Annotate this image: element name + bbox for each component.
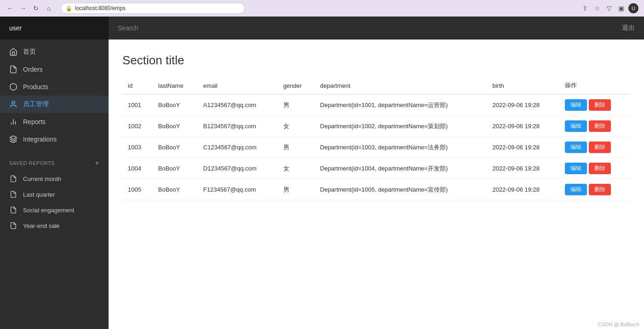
delete-button-row-4[interactable]: 删除	[589, 184, 611, 195]
saved-report-last-quarter[interactable]: Last quarter	[0, 187, 109, 202]
svg-marker-4	[10, 136, 17, 140]
search-input[interactable]	[118, 24, 622, 32]
file-icon	[9, 65, 17, 74]
delete-button-row-2[interactable]: 删除	[589, 142, 611, 153]
edit-button-row-0[interactable]: 编辑	[565, 99, 587, 111]
edit-button-row-1[interactable]: 编辑	[565, 120, 587, 132]
sidebar-item-employees-label: 员工管理	[23, 100, 49, 108]
saved-report-year-end-sale[interactable]: Year-end sale	[0, 218, 109, 233]
home-icon	[9, 48, 17, 56]
cell-2-row-0: A1234567@qq.com	[198, 95, 278, 116]
cell-0-row-1: 1002	[122, 116, 153, 137]
col-header-id: id	[122, 77, 153, 95]
report-file-icon-4	[9, 221, 17, 230]
report-file-icon-1	[9, 175, 17, 183]
saved-report-social-engagement[interactable]: Social engagement	[0, 202, 109, 218]
cell-4-row-0: Department(id=1001, departmentName=运营部)	[315, 95, 487, 116]
sidebar-item-integrations-label: Integrations	[23, 136, 57, 143]
content-area: Section title id lastName email gender d…	[109, 40, 644, 329]
nav-back-button[interactable]: ←	[6, 4, 15, 13]
share-icon[interactable]: ⇪	[581, 4, 590, 13]
cell-0-row-0: 1001	[122, 95, 153, 116]
cell-5-row-4: 2022-09-06 19:28	[487, 179, 559, 200]
delete-button-row-3[interactable]: 删除	[589, 163, 611, 174]
sidebar-item-orders-label: Orders	[23, 66, 43, 73]
actions-cell-row-2: 编辑删除	[559, 137, 630, 158]
actions-cell-row-3: 编辑删除	[559, 158, 630, 179]
sidebar-item-reports[interactable]: Reports	[0, 113, 109, 130]
col-header-birth: birth	[487, 77, 559, 95]
saved-report-year-end-sale-label: Year-end sale	[23, 222, 60, 229]
split-view-icon[interactable]: ▣	[616, 4, 626, 13]
nav-forward-button[interactable]: →	[18, 4, 28, 13]
edit-button-row-4[interactable]: 编辑	[565, 184, 587, 195]
main-content: 退出 Section title id lastName email gende…	[109, 17, 644, 329]
sidebar-user-label: user	[9, 24, 22, 32]
cell-2-row-3: D1234567@qq.com	[198, 158, 278, 179]
cell-3-row-3: 女	[278, 158, 315, 179]
section-title: Section title	[122, 53, 630, 68]
exit-button[interactable]: 退出	[622, 24, 635, 32]
nav-refresh-button[interactable]: ↻	[31, 4, 40, 13]
extension-icon[interactable]: ▽	[604, 4, 614, 13]
table-row: 1004BoBooYD1234567@qq.com女Department(id=…	[122, 158, 630, 179]
delete-button-row-1[interactable]: 删除	[589, 120, 611, 132]
sidebar-item-orders[interactable]: Orders	[0, 61, 109, 78]
cell-3-row-0: 男	[278, 95, 315, 116]
cell-2-row-1: B1234567@qq.com	[198, 116, 278, 137]
sidebar-item-employees[interactable]: 员工管理	[0, 96, 109, 113]
saved-report-current-month[interactable]: Current month	[0, 171, 109, 187]
cell-3-row-1: 女	[278, 116, 315, 137]
footer-watermark: CSDN @-BoBooY-	[598, 322, 640, 327]
cell-2-row-2: C1234567@qq.com	[198, 137, 278, 158]
cell-5-row-0: 2022-09-06 19:28	[487, 95, 559, 116]
url-bar[interactable]: 🔒 localhost:8080/emps	[61, 3, 245, 14]
top-bar: 退出	[109, 17, 644, 40]
table-row: 1003BoBooYC1234567@qq.com男Department(id=…	[122, 137, 630, 158]
cell-4-row-4: Department(id=1005, departmentName=宣传部)	[315, 179, 487, 200]
col-header-lastname: lastName	[153, 77, 198, 95]
cell-0-row-4: 1005	[122, 179, 153, 200]
table-row: 1001BoBooYA1234567@qq.com男Department(id=…	[122, 95, 630, 116]
cell-1-row-4: BoBooY	[153, 179, 198, 200]
report-file-icon-3	[9, 206, 17, 214]
nav-home-button[interactable]: ⌂	[44, 4, 53, 13]
cell-5-row-1: 2022-09-06 19:28	[487, 116, 559, 137]
sidebar-item-home[interactable]: 首页	[0, 43, 109, 61]
saved-reports-section: SAVED REPORTS + Current month	[0, 152, 109, 237]
cell-3-row-2: 男	[278, 137, 315, 158]
browser-avatar[interactable]: U	[628, 3, 638, 13]
cell-3-row-4: 男	[278, 179, 315, 200]
actions-cell-row-1: 编辑删除	[559, 116, 630, 137]
sidebar-item-products[interactable]: Products	[0, 78, 109, 96]
add-report-button[interactable]: +	[95, 159, 99, 167]
sidebar-item-integrations[interactable]: Integrations	[0, 130, 109, 148]
edit-button-row-3[interactable]: 编辑	[565, 163, 587, 174]
sidebar-nav: 首页 Orders Products	[0, 40, 109, 152]
person-icon	[9, 100, 17, 108]
sidebar-item-products-label: Products	[23, 83, 48, 91]
box-icon	[9, 83, 17, 91]
report-file-icon-2	[9, 190, 17, 199]
actions-cell-row-4: 编辑删除	[559, 179, 630, 200]
cell-0-row-3: 1004	[122, 158, 153, 179]
url-text: localhost:8080/emps	[75, 5, 126, 11]
col-header-email: email	[198, 77, 278, 95]
sidebar: user 首页	[0, 17, 109, 329]
saved-report-last-quarter-label: Last quarter	[23, 191, 55, 198]
cell-5-row-3: 2022-09-06 19:28	[487, 158, 559, 179]
delete-button-row-0[interactable]: 删除	[589, 99, 611, 111]
cell-4-row-1: Department(id=1002, departmentName=策划部)	[315, 116, 487, 137]
cell-1-row-1: BoBooY	[153, 116, 198, 137]
edit-button-row-2[interactable]: 编辑	[565, 142, 587, 153]
saved-report-current-month-label: Current month	[23, 176, 61, 182]
actions-cell-row-0: 编辑删除	[559, 95, 630, 116]
star-icon[interactable]: ☆	[592, 4, 602, 13]
cell-4-row-2: Department(id=1003, departmentName=法务部)	[315, 137, 487, 158]
table-row: 1005BoBooYF1234567@qq.com男Department(id=…	[122, 179, 630, 200]
sidebar-item-home-label: 首页	[23, 48, 36, 56]
cell-1-row-0: BoBooY	[153, 95, 198, 116]
lock-icon: 🔒	[66, 6, 72, 11]
data-table: id lastName email gender department birt…	[122, 77, 630, 200]
col-header-actions: 操作	[559, 77, 630, 95]
